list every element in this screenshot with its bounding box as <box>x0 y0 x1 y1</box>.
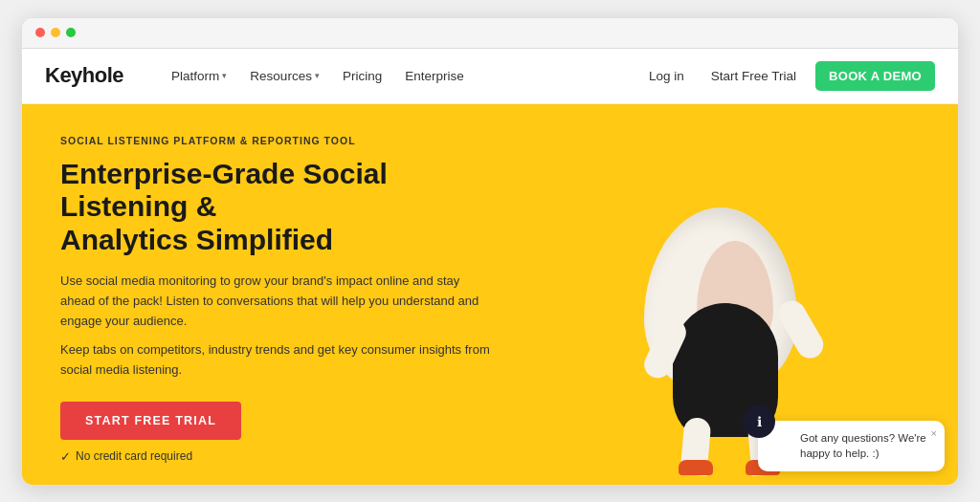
hero-eyebrow: SOCIAL LISTENING PLATFORM & REPORTING TO… <box>60 135 529 146</box>
start-free-trial-nav-button[interactable]: Start Free Trial <box>703 63 804 89</box>
book-demo-button[interactable]: BOOK A DEMO <box>815 61 935 91</box>
nav-item-pricing[interactable]: Pricing <box>333 63 391 89</box>
dot-yellow[interactable] <box>51 28 60 37</box>
nav-item-resources[interactable]: Resources ▾ <box>240 63 329 89</box>
logo: Keyhole <box>45 63 123 88</box>
browser-chrome <box>22 18 958 49</box>
hero-description-1: Use social media monitoring to grow your… <box>60 272 491 331</box>
no-credit-card-notice: ✓ No credit card required <box>60 449 529 464</box>
hero-section: SOCIAL LISTENING PLATFORM & REPORTING TO… <box>22 104 958 485</box>
dot-green[interactable] <box>66 28 76 37</box>
hero-left: SOCIAL LISTENING PLATFORM & REPORTING TO… <box>22 104 568 485</box>
nav-item-enterprise[interactable]: Enterprise <box>395 63 474 89</box>
shoe-left <box>679 460 713 475</box>
page-content: Keyhole Platform ▾ Resources ▾ Pricing E… <box>22 49 958 485</box>
nav-item-platform[interactable]: Platform ▾ <box>162 63 236 89</box>
hero-title: Enterprise-Grade Social Listening & Anal… <box>60 158 501 257</box>
navbar: Keyhole Platform ▾ Resources ▾ Pricing E… <box>22 49 958 104</box>
chevron-down-icon: ▾ <box>222 71 227 80</box>
nav-links: Platform ▾ Resources ▾ Pricing Enterpris… <box>162 63 641 89</box>
start-free-trial-button[interactable]: START FREE TRIAL <box>60 402 241 440</box>
chat-info-icon: ℹ <box>743 405 775 438</box>
check-icon: ✓ <box>60 449 71 464</box>
chat-message: Got any questions? We're happy to help. … <box>800 432 926 459</box>
chat-bubble: ℹ × Got any questions? We're happy to he… <box>758 421 945 470</box>
dot-red[interactable] <box>35 28 45 37</box>
hero-description-2: Keep tabs on competitors, industry trend… <box>60 340 491 381</box>
login-button[interactable]: Log in <box>641 63 692 89</box>
chevron-down-icon: ▾ <box>315 71 320 80</box>
nav-right: Log in Start Free Trial BOOK A DEMO <box>641 61 935 91</box>
browser-window: Keyhole Platform ▾ Resources ▾ Pricing E… <box>21 17 959 486</box>
chat-close-button[interactable]: × <box>931 426 937 441</box>
